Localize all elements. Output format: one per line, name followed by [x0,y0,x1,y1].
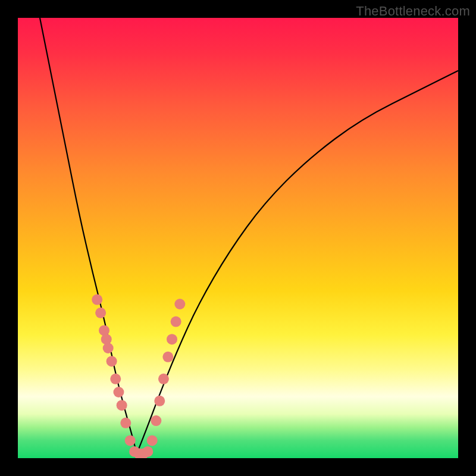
data-point [101,334,112,345]
data-point [92,295,102,305]
data-point [151,415,161,426]
data-point [125,435,136,446]
scatter-points [92,295,185,458]
data-point [154,396,165,406]
data-point [117,400,127,411]
data-point [171,317,181,327]
plot-area [18,18,458,458]
data-point [95,308,106,318]
data-point [120,418,131,428]
data-point [103,343,114,353]
data-point [158,374,169,384]
data-point [113,387,124,397]
watermark-text: TheBottleneck.com [356,4,470,19]
chart-frame: TheBottleneck.com [0,0,476,476]
right-curve [137,71,458,454]
data-point [162,352,173,362]
data-point [167,334,177,345]
curves-svg [18,18,458,458]
data-point [147,435,158,446]
data-point [142,446,153,457]
data-point [174,299,185,309]
data-point [110,374,121,384]
data-point [107,356,117,367]
